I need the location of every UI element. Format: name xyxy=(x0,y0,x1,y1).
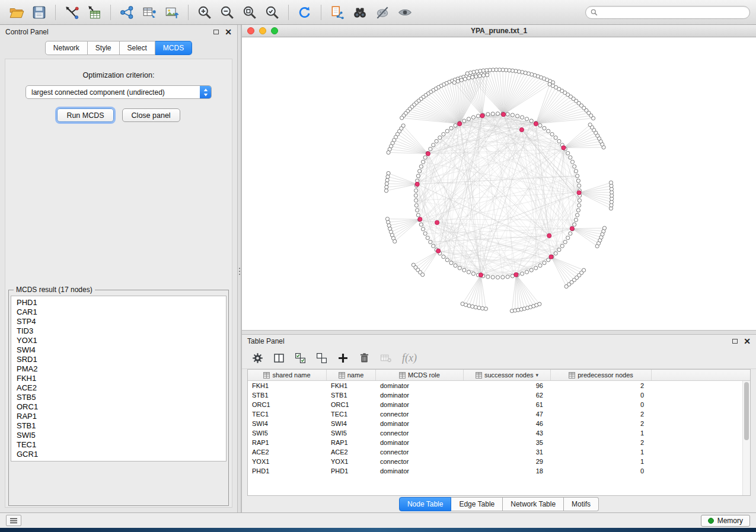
toolbar-separator xyxy=(55,5,56,20)
control-panel: Control Panel ✕ NetworkStyleSelectMCDS O… xyxy=(0,25,237,512)
minimize-window-button[interactable] xyxy=(259,27,266,34)
mcds-result-item[interactable]: YOX1 xyxy=(17,336,221,345)
mcds-result-list[interactable]: PHD1CAR1STP4TID3YOX1SWI4SRD1PMA2FKH1ACE2… xyxy=(11,296,227,462)
tab-motifs[interactable]: Motifs xyxy=(564,497,599,511)
mcds-result-item[interactable]: ORC1 xyxy=(17,402,221,412)
network-canvas[interactable] xyxy=(242,37,756,330)
table-cell: 2 xyxy=(551,439,652,446)
mcds-result-item[interactable]: PMA2 xyxy=(17,364,221,374)
table-row[interactable]: FKH1FKH1dominator962 xyxy=(248,381,750,390)
show-hide-button[interactable] xyxy=(394,2,416,23)
table-cell: RAP1 xyxy=(327,439,376,446)
mcds-result-item[interactable]: SWI4 xyxy=(17,345,221,355)
close-table-panel-icon[interactable]: ✕ xyxy=(744,338,751,344)
tab-select[interactable]: Select xyxy=(120,41,155,55)
mcds-result-item[interactable]: STB1 xyxy=(17,421,221,431)
table-row[interactable]: ORC1ORC1dominator610 xyxy=(248,400,750,409)
zoom-fit-button[interactable] xyxy=(239,2,260,23)
table-row[interactable]: TEC1TEC1connector472 xyxy=(248,409,750,419)
table-cell: dominator xyxy=(376,401,464,408)
table-cell: 62 xyxy=(464,392,551,399)
table-row[interactable]: PHD1PHD1dominator180 xyxy=(248,466,750,476)
column-header-name[interactable]: name xyxy=(327,370,376,380)
table-panel: Table Panel ✕ xyxy=(241,335,756,512)
tab-network[interactable]: Network xyxy=(45,41,88,55)
search-network-button[interactable] xyxy=(349,2,371,23)
run-mcds-button[interactable]: Run MCDS xyxy=(57,108,113,122)
main-area: Control Panel ✕ NetworkStyleSelectMCDS O… xyxy=(0,25,756,512)
close-panel-icon[interactable]: ✕ xyxy=(225,29,232,35)
horizontal-splitter[interactable] xyxy=(241,330,756,335)
open-file-button[interactable] xyxy=(6,2,27,23)
maximize-window-button[interactable] xyxy=(271,27,278,34)
mcds-result-item[interactable]: TEC1 xyxy=(17,440,221,450)
mcds-result-item[interactable]: STB5 xyxy=(17,393,221,402)
import-network-button[interactable] xyxy=(61,2,82,23)
memory-status-dot xyxy=(708,518,714,524)
tab-edge-table[interactable]: Edge Table xyxy=(451,497,503,511)
mcds-result-item[interactable]: FKH1 xyxy=(17,374,221,383)
mcds-result-item[interactable]: STP4 xyxy=(17,317,221,326)
mcds-button-row: Run MCDS Close panel xyxy=(57,108,180,122)
table-row[interactable]: YOX1YOX1connector291 xyxy=(248,457,750,466)
mcds-result-item[interactable]: RAP1 xyxy=(17,412,221,421)
mcds-result-item[interactable]: SWI5 xyxy=(17,431,221,440)
mcds-result-item[interactable]: ACE2 xyxy=(17,383,221,393)
new-table-button[interactable] xyxy=(139,2,160,23)
new-network-button[interactable] xyxy=(116,2,138,23)
table-row[interactable]: STB1STB1dominator620 xyxy=(248,390,750,400)
table-cell: connector xyxy=(376,458,464,465)
column-header-MCDS-role[interactable]: MCDS role xyxy=(376,370,464,380)
zoom-fit-icon xyxy=(242,5,257,20)
close-mcds-panel-button[interactable]: Close panel xyxy=(122,108,180,122)
graphics-details-button[interactable] xyxy=(372,2,393,23)
mcds-result-item[interactable]: PHD1 xyxy=(17,298,221,307)
table-row[interactable]: SWI5SWI5connector431 xyxy=(248,428,750,438)
column-header-predecessor-nodes[interactable]: predecessor nodes xyxy=(551,370,652,380)
refresh-button[interactable] xyxy=(294,2,315,23)
show-columns-button[interactable] xyxy=(273,352,285,364)
close-window-button[interactable] xyxy=(247,27,254,34)
status-menu-button[interactable] xyxy=(6,515,21,526)
table-cell: dominator xyxy=(376,382,464,389)
float-table-panel-icon[interactable] xyxy=(732,339,738,344)
copy-network-button[interactable] xyxy=(327,2,348,23)
float-panel-icon[interactable] xyxy=(213,30,219,34)
binoculars-icon xyxy=(352,5,368,20)
table-row[interactable]: RAP1RAP1dominator352 xyxy=(248,438,750,447)
table-row[interactable]: SWI4SWI4dominator462 xyxy=(248,419,750,428)
import-table-button[interactable] xyxy=(84,2,105,23)
tab-style[interactable]: Style xyxy=(88,41,120,55)
table-settings-button[interactable] xyxy=(251,352,264,364)
search-input[interactable] xyxy=(601,8,745,17)
table-cell: 35 xyxy=(464,439,551,446)
mcds-result-item[interactable]: GCR1 xyxy=(17,450,221,459)
delete-column-button[interactable] xyxy=(358,352,371,364)
mcds-result-item[interactable]: TID3 xyxy=(17,326,221,336)
column-header-successor-nodes[interactable]: successor nodes▾ xyxy=(464,370,551,380)
zoom-in-button[interactable] xyxy=(194,2,215,23)
column-header-shared-name[interactable]: shared name xyxy=(248,370,327,380)
vertical-splitter[interactable] xyxy=(237,25,241,512)
memory-button[interactable]: Memory xyxy=(701,515,750,527)
tab-network-table[interactable]: Network Table xyxy=(503,497,564,511)
export-image-button[interactable] xyxy=(161,2,183,23)
select-all-button[interactable] xyxy=(294,352,307,364)
table-cell: PHD1 xyxy=(248,467,327,475)
deselect-all-button[interactable] xyxy=(315,352,328,364)
tab-mcds[interactable]: MCDS xyxy=(155,41,192,55)
optimization-select[interactable]: largest connected component (undirected) xyxy=(25,85,212,99)
mcds-result-item[interactable]: CAR1 xyxy=(17,307,221,317)
table-cell: 2 xyxy=(551,411,652,418)
table-cell: TEC1 xyxy=(248,411,327,418)
save-button[interactable] xyxy=(28,2,50,23)
zoom-selected-button[interactable] xyxy=(261,2,283,23)
table-panel-header: Table Panel ✕ xyxy=(242,335,756,348)
table-row[interactable]: ACE2ACE2connector311 xyxy=(248,447,750,457)
tab-node-table[interactable]: Node Table xyxy=(399,497,452,511)
zoom-out-button[interactable] xyxy=(216,2,238,23)
scrollbar-thumb[interactable] xyxy=(744,382,749,440)
mcds-result-item[interactable]: SRD1 xyxy=(17,355,221,364)
table-scrollbar[interactable] xyxy=(742,381,750,495)
add-column-button[interactable] xyxy=(337,352,349,364)
